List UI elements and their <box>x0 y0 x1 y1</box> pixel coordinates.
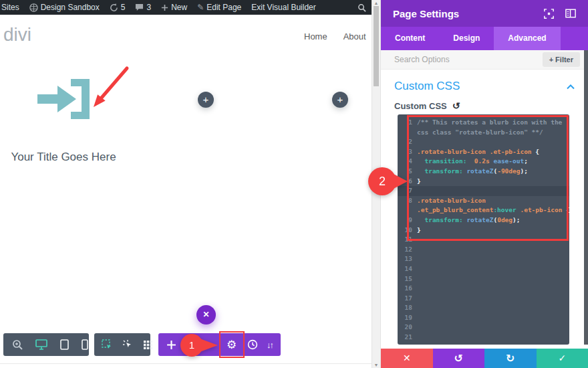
scroll-down-arrow[interactable]: ▼ <box>372 363 380 367</box>
code-row: css class "rotate-blurb-icon" **/ <box>403 128 569 138</box>
step-2-number: 2 <box>379 175 386 188</box>
field-label: Custom CSS <box>394 101 447 111</box>
blurb-arrow-bracket-icon[interactable] <box>37 78 90 120</box>
site-icon <box>29 3 38 12</box>
portability-icon[interactable]: ↓↑ <box>267 333 273 356</box>
code-row: 4 transition: 0.2s ease-out; <box>403 157 569 167</box>
pencil-icon: ✎ <box>197 3 204 12</box>
search-options-input[interactable] <box>394 55 543 64</box>
multiselect-mode-icon[interactable] <box>102 339 112 350</box>
code-row: 20 <box>403 323 569 333</box>
code-row: 7 <box>398 186 569 196</box>
code-row: 14 <box>403 264 569 274</box>
reset-icon[interactable]: ↺ <box>452 100 460 111</box>
section-title: Custom CSS <box>394 80 460 93</box>
code-row: 2 <box>403 137 569 147</box>
annotation-step-1: 1 <box>180 334 203 357</box>
desktop-view-icon[interactable] <box>35 339 47 350</box>
exit-label: Exit Visual Builder <box>251 3 316 12</box>
undo-button[interactable]: ↺ <box>433 349 485 368</box>
admin-search[interactable] <box>357 3 366 12</box>
code-row: 16 <box>403 284 569 294</box>
preview-nav: HomeAbout <box>304 31 366 41</box>
nav-link-about[interactable]: About <box>343 31 366 41</box>
code-row: 5 transform: rotateZ(-90deg); <box>403 167 569 177</box>
code-row: 10} <box>403 225 569 236</box>
snap-panel-icon[interactable] <box>544 9 554 19</box>
code-row: 11 <box>403 235 569 245</box>
tablet-view-icon[interactable] <box>60 339 69 350</box>
tab-advanced[interactable]: Advanced <box>494 27 560 50</box>
annotation-step-2: 2 <box>368 167 396 195</box>
toolbar-view-modes <box>3 333 89 356</box>
panel-scrollbar-thumb[interactable] <box>584 50 588 345</box>
add-column-button[interactable]: + <box>332 92 348 108</box>
tab-design[interactable]: Design <box>439 27 494 50</box>
chevron-up-icon[interactable] <box>567 80 575 92</box>
code-editor-lines: 1/** This rotates a blurb icon with thec… <box>403 118 569 343</box>
add-section-icon[interactable] <box>166 333 176 356</box>
admin-sites-label: Sites <box>1 3 19 12</box>
admin-my-sites[interactable]: Sites <box>1 3 19 12</box>
add-module-button[interactable]: + <box>198 92 214 108</box>
admin-site-name[interactable]: Design Sandbox <box>29 3 100 12</box>
comments-count: 3 <box>146 3 151 12</box>
discard-button[interactable]: ✕ <box>381 349 433 368</box>
toolbar-builder-actions: ⚙ ↓↑ <box>158 333 281 356</box>
action-bar: ✕↺↻✓ <box>381 349 588 368</box>
code-row: 6} <box>403 177 569 187</box>
code-row: 12 <box>403 245 569 255</box>
new-label: New <box>171 3 187 12</box>
code-row: 19 <box>403 313 569 323</box>
code-row: 13 <box>403 254 569 264</box>
save-button[interactable]: ✓ <box>537 349 588 368</box>
custom-css-section-header[interactable]: Custom CSS <box>381 75 588 98</box>
step-1-number: 1 <box>189 339 194 351</box>
code-row: 1/** This rotates a blurb icon with the <box>403 118 569 128</box>
panel-title: Page Settings <box>393 8 459 19</box>
zoom-icon[interactable] <box>12 339 23 350</box>
code-row: 9 transform: rotateZ(0deg); <box>403 215 569 225</box>
site-name-label: Design Sandbox <box>41 3 100 12</box>
filter-button[interactable]: + Filter <box>543 52 580 67</box>
admin-exit-visual-builder[interactable]: Exit Visual Builder <box>251 3 316 12</box>
redo-button[interactable]: ↻ <box>484 349 537 368</box>
code-row: 21 <box>403 333 569 343</box>
scroll-up-arrow[interactable]: ▲ <box>372 1 380 5</box>
tab-content[interactable]: Content <box>381 27 439 50</box>
updates-icon <box>110 3 118 12</box>
blurb-title: Your Title Goes Here <box>0 151 127 164</box>
code-row: 15 <box>403 274 569 284</box>
admin-new[interactable]: New <box>161 3 187 12</box>
history-clock-icon[interactable] <box>247 333 258 356</box>
divi-visual-builder: Sites Design Sandbox 5 3 New <box>0 0 588 368</box>
code-row: 3.rotate-blurb-icon .et-pb-icon { <box>403 147 569 157</box>
wp-admin-bar: Sites Design Sandbox 5 3 New <box>0 0 372 15</box>
grid-mode-icon[interactable] <box>143 340 153 350</box>
edit-page-label: Edit Page <box>206 3 241 12</box>
panel-layout-icon[interactable] <box>565 9 576 18</box>
panel-header[interactable]: Page Settings <box>381 0 588 27</box>
updates-count: 5 <box>121 3 126 12</box>
phone-view-icon[interactable] <box>82 339 88 350</box>
comments-icon <box>135 3 144 11</box>
search-icon <box>357 3 366 12</box>
close-section-button[interactable]: ✕ <box>196 305 216 325</box>
page-preview: divi HomeAbout Your Title Goes Here + + … <box>0 15 372 368</box>
admin-comments[interactable]: 3 <box>135 3 151 12</box>
hover-mode-icon[interactable] <box>122 339 133 350</box>
page-settings-panel: Page Settings ContentDesignAdvanced + Fi… <box>381 0 588 368</box>
code-row: .et_pb_blurb_content:hover .et-pb-icon { <box>403 205 569 215</box>
site-logo[interactable]: divi <box>3 24 31 45</box>
toolbar-interaction-modes <box>94 333 150 356</box>
panel-tabs: ContentDesignAdvanced <box>381 27 588 50</box>
nav-link-home[interactable]: Home <box>304 31 327 41</box>
preview-bottom-divider <box>0 363 372 364</box>
custom-css-code-editor[interactable]: 1/** This rotates a blurb icon with thec… <box>398 114 569 345</box>
page-settings-gear-icon[interactable]: ⚙ <box>227 333 237 356</box>
custom-css-field-row: Custom CSS ↺ <box>394 100 460 111</box>
code-row: 17 <box>403 294 569 304</box>
scrollbar-thumb[interactable] <box>374 6 379 86</box>
admin-edit-page[interactable]: ✎ Edit Page <box>197 3 241 12</box>
admin-updates[interactable]: 5 <box>110 3 126 12</box>
